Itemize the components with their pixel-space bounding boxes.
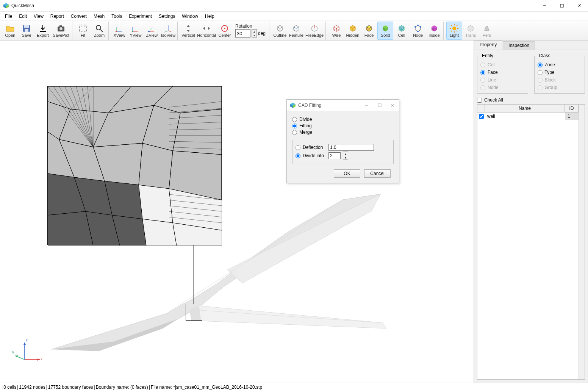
- menu-window[interactable]: Window: [178, 13, 202, 20]
- inside-button[interactable]: Inside: [426, 22, 442, 40]
- export-icon: [38, 24, 47, 33]
- cube-cell-icon: [397, 24, 406, 33]
- feature-button[interactable]: Feature: [288, 22, 304, 40]
- check-all[interactable]: Check All: [477, 97, 585, 103]
- savepict-button[interactable]: SavePict: [51, 22, 71, 40]
- fit-icon: [78, 24, 88, 33]
- zview-button[interactable]: ZView: [144, 22, 160, 40]
- radio-class-type[interactable]: Type: [538, 70, 582, 75]
- pers-button[interactable]: Pers: [479, 22, 495, 40]
- cube-face-icon: [364, 24, 374, 33]
- outline-button[interactable]: Outline: [272, 22, 288, 40]
- menu-edit[interactable]: Edit: [16, 13, 30, 20]
- toolbar-separator: [325, 22, 327, 40]
- light-button[interactable]: Light: [446, 22, 462, 40]
- dialog-titlebar[interactable]: CAD Fitting: [287, 100, 399, 111]
- save-button[interactable]: Save: [19, 22, 34, 40]
- cell-button[interactable]: Cell: [394, 22, 410, 40]
- cancel-button[interactable]: Cancel: [364, 169, 391, 178]
- radio-class-zone[interactable]: Zone: [538, 62, 582, 67]
- trans-button[interactable]: Trans: [463, 22, 479, 40]
- hidden-button[interactable]: Hidden: [345, 22, 361, 40]
- spin-down-icon[interactable]: ▼: [252, 33, 256, 37]
- spin-down-icon[interactable]: ▼: [343, 156, 348, 160]
- menu-experiment[interactable]: Experiment: [125, 13, 155, 20]
- xview-button[interactable]: XView: [111, 22, 127, 40]
- ok-button[interactable]: OK: [334, 169, 360, 178]
- export-button[interactable]: Export: [35, 22, 51, 40]
- window-minimize-button[interactable]: [536, 0, 553, 12]
- class-group: Class Zone Type Block Group: [534, 53, 585, 94]
- col-id[interactable]: ID: [565, 105, 579, 112]
- radio-fitting[interactable]: Fitting: [292, 123, 394, 128]
- table-row[interactable]: wall 1: [477, 113, 579, 120]
- svg-point-15: [96, 25, 101, 30]
- dialog-maximize-button[interactable]: [373, 100, 386, 111]
- window-maximize-button[interactable]: [553, 0, 571, 12]
- deflection-input[interactable]: [328, 144, 374, 151]
- cube-outline-icon: [275, 24, 285, 33]
- col-name[interactable]: Name: [485, 105, 565, 112]
- menu-convert[interactable]: Convert: [67, 13, 90, 20]
- vertical-flip-button[interactable]: Vertical: [180, 22, 196, 40]
- svg-marker-73: [142, 219, 177, 246]
- main-area: x y z CAD Fitting Divide Fitting Merge: [0, 41, 588, 383]
- freeedge-button[interactable]: FreeEdge: [305, 22, 324, 40]
- rotation-spinner[interactable]: ▲▼: [252, 29, 257, 38]
- axis-y-label: y: [12, 350, 14, 354]
- row-check[interactable]: [479, 114, 484, 119]
- rotation-unit: deg: [258, 31, 266, 36]
- center-button[interactable]: Center: [217, 22, 233, 40]
- spin-up-icon[interactable]: ▲: [252, 30, 256, 33]
- divide-into-input[interactable]: [328, 152, 341, 159]
- rotation-input[interactable]: [235, 29, 250, 38]
- camera-icon: [56, 24, 66, 33]
- svg-line-41: [457, 31, 457, 31]
- wire-button[interactable]: Wire: [328, 22, 344, 40]
- horizontal-flip-button[interactable]: Horizontal: [197, 22, 216, 40]
- menu-report[interactable]: Report: [47, 13, 67, 20]
- svg-point-22: [132, 31, 133, 32]
- menu-tools[interactable]: Tools: [108, 13, 125, 20]
- open-button[interactable]: Open: [2, 22, 18, 40]
- menu-settings[interactable]: Settings: [155, 13, 178, 20]
- toolbar-separator: [269, 22, 271, 40]
- tab-inspection[interactable]: Inspection: [503, 41, 535, 50]
- dialog-close-button[interactable]: [386, 100, 399, 111]
- svg-marker-99: [38, 358, 40, 361]
- fit-button[interactable]: Fit: [75, 22, 91, 40]
- yview-button[interactable]: YView: [128, 22, 144, 40]
- divide-into-spinner[interactable]: ▲▼: [343, 152, 348, 160]
- radio-entity-cell: Cell: [480, 62, 525, 67]
- svg-marker-103: [23, 343, 26, 345]
- detail-inset-box: [47, 86, 222, 245]
- svg-rect-8: [24, 25, 29, 28]
- col-check[interactable]: [477, 105, 485, 112]
- horizontal-arrows-icon: [202, 24, 211, 33]
- radio-deflection[interactable]: [296, 145, 300, 150]
- face-button[interactable]: Face: [361, 22, 377, 40]
- tab-property[interactable]: Property: [474, 41, 502, 50]
- radio-divide[interactable]: Divide: [292, 117, 394, 122]
- menu-view[interactable]: View: [30, 13, 47, 20]
- viewport-3d[interactable]: x y z CAD Fitting Divide Fitting Merge: [0, 41, 474, 383]
- radio-merge[interactable]: Merge: [292, 130, 394, 135]
- mesh-wireframe-icon: [48, 86, 222, 246]
- window-title: QuickMesh: [11, 3, 536, 8]
- radio-divide-into[interactable]: [296, 153, 300, 158]
- zoom-button[interactable]: Zoom: [91, 22, 107, 40]
- isoview-button[interactable]: IsoView: [160, 22, 176, 40]
- menu-help[interactable]: Help: [202, 13, 218, 20]
- solid-button[interactable]: Solid: [377, 22, 393, 40]
- spin-up-icon[interactable]: ▲: [343, 152, 348, 156]
- menu-file[interactable]: File: [2, 13, 16, 20]
- menu-mesh[interactable]: Mesh: [90, 13, 108, 20]
- window-close-button[interactable]: [571, 0, 588, 12]
- node-button[interactable]: Node: [410, 22, 426, 40]
- table-scrollbar[interactable]: [579, 105, 585, 379]
- app-icon: [3, 3, 9, 9]
- radio-entity-face[interactable]: Face: [480, 70, 525, 75]
- dialog-minimize-button[interactable]: [360, 100, 373, 111]
- status-bfaces: 17752 boundary faces: [48, 385, 94, 390]
- statusbar: | 0 cells | 11942 nodes | 17752 boundary…: [0, 383, 588, 391]
